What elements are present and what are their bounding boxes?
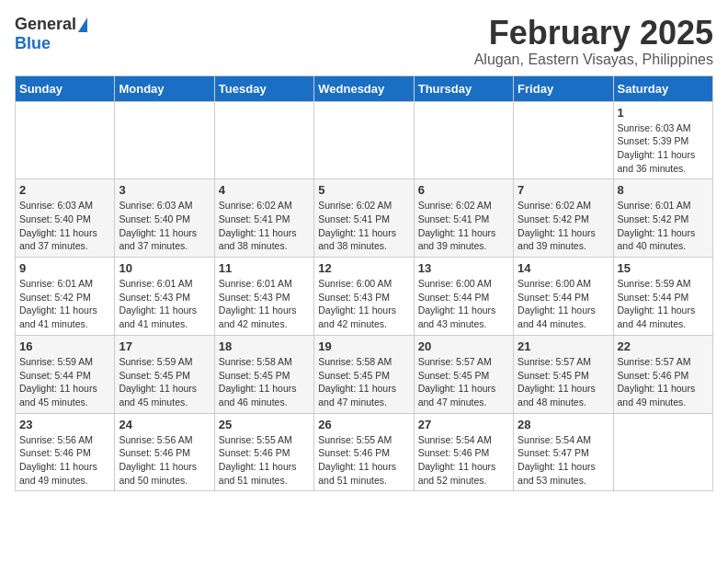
day-info: Sunrise: 6:02 AM Sunset: 5:41 PM Dayligh… [418,199,509,253]
day-info: Sunrise: 6:01 AM Sunset: 5:43 PM Dayligh… [119,277,210,331]
day-number: 2 [19,183,110,197]
day-number: 22 [618,339,709,353]
calendar-cell: 26Sunrise: 5:55 AM Sunset: 5:46 PM Dayli… [314,413,414,491]
day-info: Sunrise: 5:57 AM Sunset: 5:46 PM Dayligh… [618,355,709,409]
day-info: Sunrise: 6:02 AM Sunset: 5:41 PM Dayligh… [219,199,310,253]
day-number: 5 [318,183,409,197]
day-number: 8 [618,183,709,197]
day-info: Sunrise: 6:01 AM Sunset: 5:42 PM Dayligh… [19,277,110,331]
calendar-cell: 2Sunrise: 6:03 AM Sunset: 5:40 PM Daylig… [16,179,115,258]
day-number: 23 [19,418,110,431]
calendar-cell: 20Sunrise: 5:57 AM Sunset: 5:45 PM Dayli… [414,335,513,413]
calendar-table: SundayMondayTuesdayWednesdayThursdayFrid… [15,75,713,492]
calendar-cell: 5Sunrise: 6:02 AM Sunset: 5:41 PM Daylig… [314,179,414,258]
day-number: 1 [618,106,709,120]
day-number: 17 [119,339,210,353]
calendar-title: February 2025 [474,15,713,52]
day-number: 16 [19,339,110,353]
day-number: 10 [119,261,210,275]
calendar-cell: 22Sunrise: 5:57 AM Sunset: 5:46 PM Dayli… [613,335,712,413]
day-number: 28 [518,418,609,431]
calendar-week-row: 1Sunrise: 6:03 AM Sunset: 5:39 PM Daylig… [16,101,713,179]
calendar-cell: 7Sunrise: 6:02 AM Sunset: 5:42 PM Daylig… [514,179,613,258]
calendar-cell [613,413,712,491]
day-number: 19 [318,339,409,353]
calendar-cell: 23Sunrise: 5:56 AM Sunset: 5:46 PM Dayli… [16,413,115,491]
logo-general-text: General [15,15,76,34]
logo-blue-text: Blue [15,34,51,53]
calendar-cell: 14Sunrise: 6:00 AM Sunset: 5:44 PM Dayli… [514,258,613,336]
calendar-cell: 3Sunrise: 6:03 AM Sunset: 5:40 PM Daylig… [115,179,214,258]
day-info: Sunrise: 6:00 AM Sunset: 5:43 PM Dayligh… [318,277,409,331]
day-info: Sunrise: 6:01 AM Sunset: 5:43 PM Dayligh… [219,277,310,331]
day-number: 25 [219,418,310,431]
day-info: Sunrise: 5:58 AM Sunset: 5:45 PM Dayligh… [318,355,409,409]
calendar-cell: 4Sunrise: 6:02 AM Sunset: 5:41 PM Daylig… [214,179,313,258]
day-info: Sunrise: 6:00 AM Sunset: 5:44 PM Dayligh… [418,277,509,331]
calendar-cell: 9Sunrise: 6:01 AM Sunset: 5:42 PM Daylig… [16,258,115,336]
calendar-week-row: 23Sunrise: 5:56 AM Sunset: 5:46 PM Dayli… [16,413,713,491]
day-info: Sunrise: 6:03 AM Sunset: 5:40 PM Dayligh… [19,199,110,253]
day-number: 27 [418,418,509,431]
calendar-cell: 21Sunrise: 5:57 AM Sunset: 5:45 PM Dayli… [514,335,613,413]
day-number: 4 [219,183,310,197]
day-number: 24 [119,418,210,431]
calendar-cell: 12Sunrise: 6:00 AM Sunset: 5:43 PM Dayli… [314,258,414,336]
day-info: Sunrise: 5:54 AM Sunset: 5:46 PM Dayligh… [418,433,509,488]
calendar-cell: 18Sunrise: 5:58 AM Sunset: 5:45 PM Dayli… [214,335,313,413]
calendar-cell: 27Sunrise: 5:54 AM Sunset: 5:46 PM Dayli… [414,413,513,491]
day-number: 21 [518,339,609,353]
calendar-subtitle: Alugan, Eastern Visayas, Philippines [474,52,713,68]
calendar-cell: 28Sunrise: 5:54 AM Sunset: 5:47 PM Dayli… [514,413,613,491]
day-number: 14 [518,261,609,275]
day-number: 12 [318,261,409,275]
day-info: Sunrise: 5:59 AM Sunset: 5:44 PM Dayligh… [19,355,110,409]
calendar-header-row: SundayMondayTuesdayWednesdayThursdayFrid… [16,75,713,101]
day-number: 20 [418,339,509,353]
calendar-cell [514,101,613,179]
day-number: 3 [119,183,210,197]
calendar-week-row: 9Sunrise: 6:01 AM Sunset: 5:42 PM Daylig… [16,258,713,336]
calendar-cell [214,101,313,179]
weekday-header: Thursday [414,75,513,101]
calendar-cell: 13Sunrise: 6:00 AM Sunset: 5:44 PM Dayli… [414,258,513,336]
calendar-cell [16,101,115,179]
day-info: Sunrise: 5:58 AM Sunset: 5:45 PM Dayligh… [219,355,310,409]
calendar-cell: 25Sunrise: 5:55 AM Sunset: 5:46 PM Dayli… [214,413,313,491]
title-block: February 2025 Alugan, Eastern Visayas, P… [474,15,713,68]
page-header: General Blue February 2025 Alugan, Easte… [15,15,713,68]
logo-triangle-icon [78,17,87,32]
calendar-cell: 15Sunrise: 5:59 AM Sunset: 5:44 PM Dayli… [613,258,712,336]
day-number: 7 [518,183,609,197]
weekday-header: Tuesday [214,75,313,101]
day-number: 18 [219,339,310,353]
day-info: Sunrise: 6:02 AM Sunset: 5:41 PM Dayligh… [318,199,409,253]
calendar-cell [115,101,214,179]
weekday-header: Sunday [16,75,115,101]
calendar-cell: 19Sunrise: 5:58 AM Sunset: 5:45 PM Dayli… [314,335,414,413]
calendar-cell: 24Sunrise: 5:56 AM Sunset: 5:46 PM Dayli… [115,413,214,491]
calendar-cell [414,101,513,179]
calendar-cell [314,101,414,179]
day-number: 15 [618,261,709,275]
weekday-header: Monday [115,75,214,101]
calendar-cell: 16Sunrise: 5:59 AM Sunset: 5:44 PM Dayli… [16,335,115,413]
calendar-cell: 10Sunrise: 6:01 AM Sunset: 5:43 PM Dayli… [115,258,214,336]
day-info: Sunrise: 5:56 AM Sunset: 5:46 PM Dayligh… [19,433,110,488]
calendar-cell: 8Sunrise: 6:01 AM Sunset: 5:42 PM Daylig… [613,179,712,258]
weekday-header: Friday [514,75,613,101]
day-info: Sunrise: 6:03 AM Sunset: 5:39 PM Dayligh… [618,121,709,176]
weekday-header: Saturday [613,75,712,101]
logo: General Blue [15,15,87,53]
calendar-cell: 11Sunrise: 6:01 AM Sunset: 5:43 PM Dayli… [214,258,313,336]
day-number: 26 [318,418,409,431]
day-info: Sunrise: 5:55 AM Sunset: 5:46 PM Dayligh… [318,433,409,488]
calendar-cell: 17Sunrise: 5:59 AM Sunset: 5:45 PM Dayli… [115,335,214,413]
day-info: Sunrise: 6:00 AM Sunset: 5:44 PM Dayligh… [518,277,609,331]
day-info: Sunrise: 5:55 AM Sunset: 5:46 PM Dayligh… [219,433,310,488]
day-info: Sunrise: 5:57 AM Sunset: 5:45 PM Dayligh… [518,355,609,409]
calendar-cell: 6Sunrise: 6:02 AM Sunset: 5:41 PM Daylig… [414,179,513,258]
calendar-week-row: 2Sunrise: 6:03 AM Sunset: 5:40 PM Daylig… [16,179,713,258]
day-number: 9 [19,261,110,275]
day-info: Sunrise: 5:57 AM Sunset: 5:45 PM Dayligh… [418,355,509,409]
